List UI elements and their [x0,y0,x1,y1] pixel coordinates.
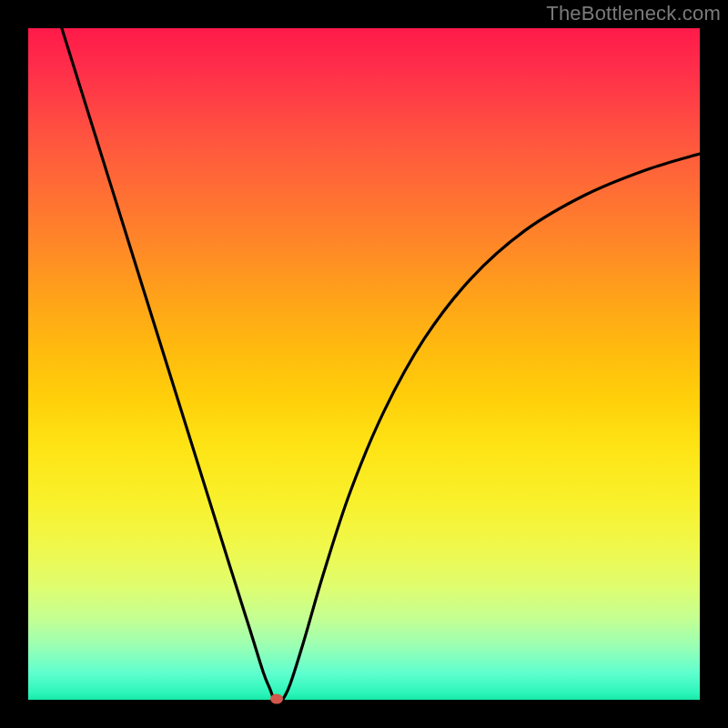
bottleneck-curve [28,28,700,700]
curve-left-branch [62,28,273,699]
optimal-point-marker [270,693,283,703]
plot-area [28,28,700,700]
curve-right-branch [283,154,700,699]
chart-frame: TheBottleneck.com [0,0,728,728]
watermark-text: TheBottleneck.com [546,2,721,25]
